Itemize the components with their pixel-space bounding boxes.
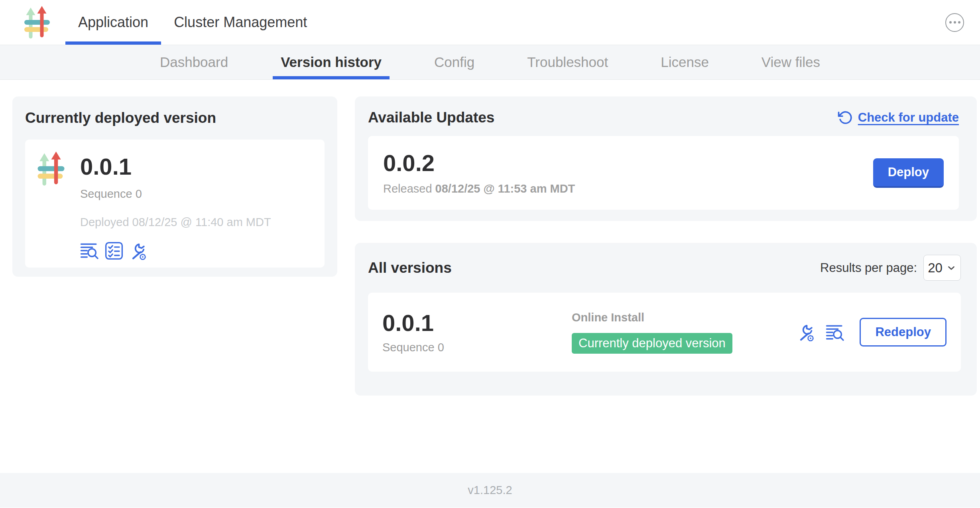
check-for-update-link[interactable]: Check for update [838,110,959,125]
currently-deployed-badge: Currently deployed version [572,333,732,354]
update-version-number: 0.0.2 [383,150,575,176]
config-icon[interactable] [129,242,147,260]
main-content: Currently deployed version 0.0.1 Sequenc… [0,80,980,473]
release-notes-icon[interactable] [80,242,99,259]
available-update-row: 0.0.2 Released 08/12/25 @ 11:53 am MDT D… [368,136,959,210]
top-tabs: Application Cluster Management [65,0,320,45]
deployed-version-detail: 0.0.1 Sequence 0 Deployed 08/12/25 @ 11:… [25,140,325,268]
config-icon[interactable] [797,323,815,341]
row-install-type: Online Install [572,311,797,324]
app-footer: v1.125.2 [0,473,980,508]
rotate-ccw-icon [838,110,853,125]
subnav-version-history[interactable]: Version history [273,45,390,79]
deployed-actions [80,242,271,260]
ellipsis-icon [949,21,952,24]
deployed-timestamp: Deployed 08/12/25 @ 11:40 am MDT [80,216,271,229]
tab-cluster-management-label: Cluster Management [174,14,307,31]
available-updates-title: Available Updates [368,109,494,126]
results-per-page-label: Results per page: [820,261,917,275]
preflight-checks-icon[interactable] [105,242,123,260]
subnav-view-files[interactable]: View files [754,45,828,79]
deployed-sequence: Sequence 0 [80,187,271,201]
all-versions-title: All versions [368,260,452,276]
version-row: 0.0.1 Sequence 0 Online Install Currentl… [368,293,961,372]
app-subnav: Dashboard Version history Config Trouble… [0,45,980,80]
subnav-troubleshoot[interactable]: Troubleshoot [519,45,616,79]
app-header: Application Cluster Management [0,0,980,45]
available-updates-card: Available Updates Check for update 0.0.2… [355,96,977,221]
currently-deployed-title: Currently deployed version [25,110,325,126]
row-sequence: Sequence 0 [382,341,572,354]
redeploy-button[interactable]: Redeploy [860,318,947,347]
chevron-down-icon [946,263,956,273]
results-per-page-value: 20 [928,260,943,276]
app-logo-icon [24,5,50,39]
deploy-button[interactable]: Deploy [873,158,944,188]
subnav-license[interactable]: License [653,45,717,79]
release-notes-icon[interactable] [826,324,844,341]
tab-application[interactable]: Application [65,0,161,45]
all-versions-card: All versions Results per page: 20 0.0.1 … [355,243,977,396]
row-version-number: 0.0.1 [382,310,572,336]
update-released-timestamp: Released 08/12/25 @ 11:53 am MDT [383,182,575,195]
console-version: v1.125.2 [468,484,512,497]
deployed-version-number: 0.0.1 [80,154,271,179]
subnav-dashboard[interactable]: Dashboard [152,45,236,79]
overflow-menu-button[interactable] [945,13,964,32]
results-per-page-select[interactable]: 20 [923,255,961,281]
app-logo-icon [36,151,66,187]
tab-application-label: Application [78,14,148,31]
subnav-config[interactable]: Config [426,45,482,79]
tab-cluster-management[interactable]: Cluster Management [161,0,320,45]
currently-deployed-card: Currently deployed version 0.0.1 Sequenc… [12,96,337,277]
